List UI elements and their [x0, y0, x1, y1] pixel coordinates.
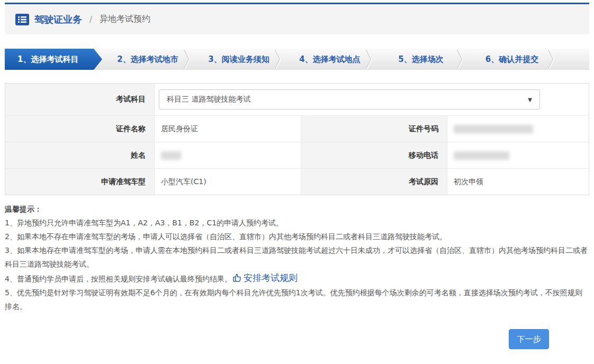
tab-step-4-select-site[interactable]: 4、选择考试地点 [284, 49, 375, 70]
mobile-cell [447, 142, 589, 168]
id-number-label: 证件号码 [301, 115, 447, 142]
id-number-redacted-value [454, 125, 533, 133]
tip-item-1: 1、异地预约只允许申请准驾车型为A1，A2，A3，B1，B2，C1的申请人预约考… [5, 216, 589, 230]
tip-item-5: 5、优先预约是针对学习驾驶证明有效期不足6个月的，在有效期内每个科目允许优先预约… [5, 286, 589, 313]
step-tabs: 1、选择考试科目 2、选择考试地市 3、阅读业务须知 4、选择考试地点 5、选择… [5, 49, 589, 70]
exam-reason-label: 考试原因 [301, 168, 447, 195]
tips-section: 温馨提示： 1、异地预约只允许申请准驾车型为A1，A2，A3，B1，B2，C1的… [5, 202, 589, 313]
tab-step-1-select-subject[interactable]: 1、选择考试科目 [5, 49, 102, 70]
exam-subject-select[interactable]: 科目三 道路驾驶技能考试 ▼ [159, 89, 540, 110]
tab-step-3-read-notice[interactable]: 3、阅读业务须知 [193, 49, 284, 70]
tip-item-4-text: 4、普通预约学员申请后，按照相关规则安排考试确认最终预约结果。 [5, 275, 232, 283]
name-label: 姓名 [5, 142, 154, 168]
tip-item-2: 2、如果本地不存在申请准驾车型的考场，申请人可以选择省（自治区、直辖市）内其他考… [5, 230, 589, 243]
next-step-button[interactable]: 下一步 [509, 329, 549, 349]
tip-item-4: 4、普通预约学员申请后，按照相关规则安排考试确认最终预约结果。安排考试规则 [5, 271, 589, 286]
footer-actions: 下一步 [5, 329, 589, 349]
breadcrumb: 驾驶证业务 / 异地考试预约 [5, 3, 589, 34]
exam-rules-link-label: 安排考试规则 [244, 271, 298, 285]
breadcrumb-current-page: 异地考试预约 [100, 14, 150, 25]
applicant-info-table: 考试科目 科目三 道路驾驶技能考试 ▼ 证件名称 居民身份证 证件号码 姓名 移… [5, 83, 589, 195]
name-cell [154, 142, 301, 168]
step-tabs-filler [557, 49, 589, 70]
tip-item-3: 3、如果本地存在申请准驾车型的考场，申请人需在本地预约科目二或者科目三道路驾驶技… [5, 243, 589, 271]
id-type-label: 证件名称 [5, 115, 154, 142]
tab-step-6-confirm-submit[interactable]: 6、确认并提交 [466, 49, 557, 70]
page-container: 驾驶证业务 / 异地考试预约 1、选择考试科目 2、选择考试地市 3、阅读业务须… [5, 3, 589, 349]
mobile-redacted-value [454, 151, 509, 160]
tab-step-2-select-city[interactable]: 2、选择考试地市 [102, 49, 193, 70]
mobile-label: 移动电话 [301, 142, 447, 168]
tab-step-5-select-session[interactable]: 5、选择场次 [375, 49, 466, 70]
tips-heading: 温馨提示： [5, 202, 589, 216]
name-redacted-value [161, 151, 181, 160]
thumbs-up-icon [232, 273, 241, 283]
exam-subject-selected-value: 科目三 道路驾驶技能考试 [167, 95, 250, 104]
breadcrumb-service-title[interactable]: 驾驶证业务 [34, 13, 82, 26]
list-icon [15, 14, 29, 25]
vehicle-type-value: 小型汽车(C1) [154, 168, 301, 195]
exam-subject-cell: 科目三 道路驾驶技能考试 ▼ [154, 84, 589, 115]
exam-rules-link[interactable]: 安排考试规则 [232, 271, 298, 285]
exam-reason-value: 初次申领 [447, 168, 589, 195]
id-number-cell [447, 115, 589, 142]
exam-subject-label: 考试科目 [5, 84, 154, 115]
breadcrumb-separator: / [89, 15, 92, 24]
id-type-value: 居民身份证 [154, 115, 301, 142]
chevron-down-icon: ▼ [528, 97, 532, 103]
vehicle-type-label: 申请准驾车型 [5, 168, 154, 195]
